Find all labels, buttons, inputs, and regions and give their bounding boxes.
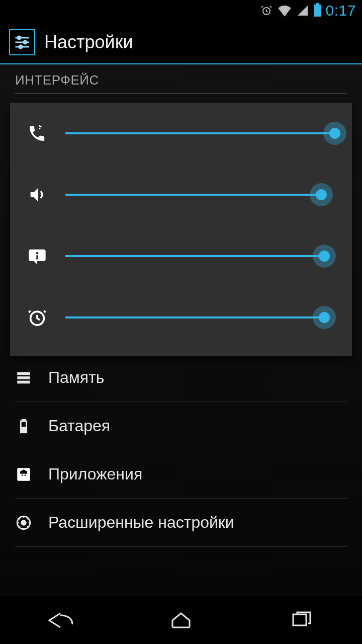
section-header-label: ИНТЕРФЕЙС (15, 72, 347, 88)
svg-point-14 (22, 520, 26, 525)
settings-item-storage[interactable]: Память (15, 354, 347, 402)
volume-slider-call[interactable] (65, 122, 335, 145)
speaker-icon (27, 185, 50, 205)
volume-row-media (10, 164, 352, 225)
alarm-icon (260, 5, 273, 17)
status-bar: 0:17 (0, 0, 362, 21)
back-button[interactable] (0, 596, 121, 644)
status-time: 0:17 (326, 2, 356, 19)
settings-app-icon (9, 29, 35, 55)
svg-point-11 (22, 474, 23, 476)
settings-item-label: Память (48, 368, 104, 387)
svg-point-3 (19, 45, 22, 48)
svg-point-12 (24, 474, 26, 476)
svg-rect-5 (17, 376, 30, 379)
settings-item-apps[interactable]: Приложения (15, 450, 347, 499)
settings-item-battery[interactable]: Батарея (15, 402, 347, 450)
page-title: Настройки (44, 32, 133, 53)
recent-apps-button[interactable] (241, 596, 362, 644)
svg-rect-9 (22, 427, 26, 432)
signal-icon (297, 5, 309, 17)
svg-point-1 (18, 36, 21, 39)
action-bar: Настройки (0, 21, 362, 64)
divider (15, 93, 347, 94)
svg-point-15 (36, 252, 39, 255)
settings-item-label: Приложения (48, 465, 142, 484)
volume-slider-media[interactable] (65, 183, 335, 206)
alarm-icon (27, 307, 50, 328)
navigation-bar (0, 596, 362, 644)
content: ИНТЕРФЕЙС Память Батарея Приложения (0, 64, 362, 596)
apps-icon (15, 466, 35, 483)
battery-icon (15, 418, 35, 435)
svg-rect-18 (293, 614, 306, 625)
volume-dialog (10, 103, 352, 356)
svg-rect-16 (36, 255, 38, 259)
svg-rect-6 (17, 380, 30, 383)
settings-list: Память Батарея Приложения Расширенные на… (0, 354, 362, 547)
volume-row-call (10, 103, 352, 164)
gear-icon (15, 514, 35, 531)
settings-item-label: Расширенные настройки (48, 513, 234, 532)
volume-slider-notification[interactable] (65, 245, 335, 268)
storage-icon (15, 369, 35, 386)
volume-row-notification (10, 225, 352, 287)
svg-rect-4 (17, 372, 30, 375)
notification-icon (27, 246, 50, 266)
volume-slider-alarm[interactable] (65, 306, 335, 329)
wifi-icon (278, 5, 292, 17)
home-button[interactable] (121, 596, 241, 644)
settings-item-advanced[interactable]: Расширенные настройки (15, 499, 347, 547)
svg-point-2 (24, 41, 27, 44)
svg-rect-8 (22, 420, 25, 421)
volume-row-alarm (10, 287, 352, 348)
battery-icon (314, 5, 321, 17)
settings-item-label: Батарея (48, 417, 110, 435)
section-header: ИНТЕРФЕЙС (0, 64, 362, 99)
phone-icon (27, 123, 50, 143)
